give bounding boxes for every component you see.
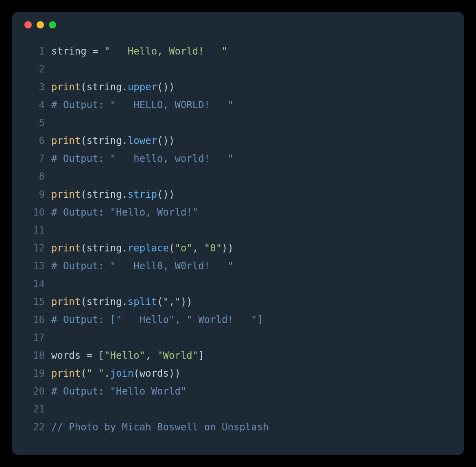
token-paren: (: [81, 135, 86, 146]
code-content[interactable]: # Output: "Hello, World!": [51, 203, 198, 221]
line-number: 21: [24, 400, 45, 418]
code-editor[interactable]: 1string = " Hello, World! "23print(strin…: [24, 42, 452, 436]
token-ident: string: [87, 135, 122, 146]
token-method: split: [128, 296, 157, 308]
code-line[interactable]: 10# Output: "Hello, World!": [24, 203, 452, 221]
code-content[interactable]: print(string.split(",")): [51, 293, 192, 311]
token-comment: # Output: [" Hello", " World! "]: [51, 314, 263, 325]
token-paren: )): [181, 296, 192, 308]
code-line[interactable]: 15print(string.split(",")): [24, 293, 452, 311]
close-icon[interactable]: [24, 21, 32, 28]
code-content[interactable]: print(string.lower()): [51, 132, 175, 150]
token-comment: # Output: "Hello World": [51, 386, 186, 397]
code-content[interactable]: string = " Hello, World! ": [51, 42, 228, 60]
token-call: print: [51, 189, 81, 200]
line-number: 5: [24, 114, 45, 132]
code-line[interactable]: 9print(string.strip()): [24, 185, 452, 203]
token-call: print: [51, 242, 81, 254]
token-op: ,: [192, 242, 204, 254]
code-content[interactable]: print(string.strip()): [51, 185, 175, 203]
code-line[interactable]: 17: [24, 329, 452, 347]
code-line[interactable]: 11: [24, 221, 452, 239]
code-line[interactable]: 22// Photo by Micah Boswell on Unsplash: [24, 418, 452, 436]
code-line[interactable]: 6print(string.lower()): [24, 132, 452, 150]
code-line[interactable]: 13# Output: " Hell0, W0rld! ": [24, 257, 452, 275]
token-comment: # Output: "Hello, World!": [51, 207, 198, 218]
token-dot-op: .: [122, 189, 127, 200]
token-str: "0": [204, 242, 222, 254]
token-ident: words: [51, 350, 81, 361]
code-content[interactable]: print(string.replace("o", "0")): [51, 239, 234, 257]
token-ident: words: [140, 368, 169, 379]
code-line[interactable]: 21: [24, 400, 452, 418]
token-method: join: [110, 368, 134, 379]
line-number: 16: [24, 311, 45, 329]
token-str: " ": [87, 368, 104, 379]
token-call: print: [51, 296, 81, 308]
code-content[interactable]: # Output: " HELLO, WORLD! ": [51, 96, 234, 114]
token-comment: # Output: " Hell0, W0rld! ": [51, 260, 234, 272]
code-line[interactable]: 14: [24, 275, 452, 293]
line-number: 3: [24, 78, 45, 96]
token-paren: (: [81, 189, 86, 200]
token-call: print: [51, 368, 81, 379]
token-method: lower: [128, 135, 157, 146]
maximize-icon[interactable]: [49, 21, 56, 28]
token-str: "o": [175, 242, 192, 254]
token-str: ",": [163, 296, 181, 308]
token-op: ]: [198, 350, 204, 361]
line-number: 4: [24, 96, 45, 114]
token-paren: (: [81, 368, 86, 379]
token-dot-op: .: [122, 135, 127, 146]
code-content[interactable]: print(string.upper()): [51, 78, 175, 96]
code-content[interactable]: words = ["Hello", "World"]: [51, 347, 204, 364]
token-call: print: [51, 81, 81, 93]
line-number: 19: [24, 364, 45, 382]
token-op: = [: [81, 350, 104, 361]
code-content[interactable]: # Output: [" Hello", " World! "]: [51, 311, 263, 329]
code-line[interactable]: 8: [24, 168, 452, 185]
code-line[interactable]: 12print(string.replace("o", "0")): [24, 239, 452, 257]
line-number: 18: [24, 347, 45, 364]
code-content[interactable]: # Output: "Hello World": [51, 382, 186, 400]
code-line[interactable]: 1string = " Hello, World! ": [24, 42, 452, 60]
line-number: 20: [24, 382, 45, 400]
code-content[interactable]: // Photo by Micah Boswell on Unsplash: [51, 418, 269, 436]
token-dot-op: .: [122, 242, 127, 254]
code-line[interactable]: 4# Output: " HELLO, WORLD! ": [24, 96, 452, 114]
code-content[interactable]: # Output: " hello, world! ": [51, 150, 234, 168]
token-paren: ()): [157, 135, 175, 146]
token-call: print: [51, 135, 81, 146]
code-line[interactable]: 19print(" ".join(words)): [24, 364, 452, 382]
token-method: upper: [128, 81, 157, 93]
token-paren: )): [222, 242, 234, 254]
token-method: replace: [128, 242, 169, 254]
code-line[interactable]: 3print(string.upper()): [24, 78, 452, 96]
token-comment: // Photo by Micah Boswell on Unsplash: [51, 421, 269, 433]
code-line[interactable]: 2: [24, 60, 452, 78]
line-number: 1: [24, 42, 45, 60]
minimize-icon[interactable]: [37, 21, 44, 28]
code-content[interactable]: # Output: " Hell0, W0rld! ": [51, 257, 234, 275]
line-number: 9: [24, 185, 45, 203]
code-line[interactable]: 16# Output: [" Hello", " World! "]: [24, 311, 452, 329]
line-number: 7: [24, 150, 45, 168]
token-paren: (: [169, 242, 175, 254]
token-paren: (: [81, 242, 86, 254]
token-dot-op: .: [122, 296, 127, 308]
code-line[interactable]: 7# Output: " hello, world! ": [24, 150, 452, 168]
code-window: 1string = " Hello, World! "23print(strin…: [12, 12, 464, 455]
token-paren: ()): [157, 81, 175, 93]
code-line[interactable]: 18words = ["Hello", "World"]: [24, 347, 452, 364]
line-number: 11: [24, 221, 45, 239]
line-number: 14: [24, 275, 45, 293]
code-content[interactable]: print(" ".join(words)): [51, 364, 181, 382]
token-paren: )): [169, 368, 181, 379]
line-number: 2: [24, 60, 45, 78]
token-method: strip: [128, 189, 157, 200]
token-ident: string: [87, 189, 122, 200]
code-line[interactable]: 20# Output: "Hello World": [24, 382, 452, 400]
code-line[interactable]: 5: [24, 114, 452, 132]
line-number: 10: [24, 203, 45, 221]
token-str: " Hello, World! ": [104, 46, 227, 57]
